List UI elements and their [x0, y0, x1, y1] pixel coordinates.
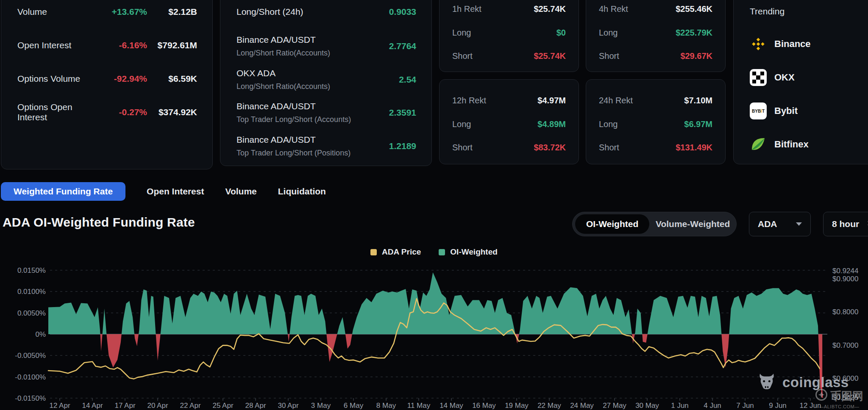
rekt-long-label: Long: [452, 28, 471, 38]
site-watermark-logo: [815, 388, 828, 404]
rekt-period: 24h Rekt: [599, 96, 633, 105]
stat-change: -92.94%: [96, 74, 147, 84]
svg-text:1 Jun: 1 Jun: [671, 402, 689, 410]
stat-row-volume: Volume +13.67% $2.12B: [17, 6, 197, 18]
trending-item-okx[interactable]: OKX: [750, 69, 795, 86]
stat-row-options-open-interest: Options Open Interest -0.27% $374.92K: [17, 106, 197, 119]
ratio-value: 1.2189: [389, 141, 416, 151]
ratio-value: 2.3591: [389, 108, 416, 118]
trending-item-bybit[interactable]: BYBIT Bybit: [750, 102, 798, 119]
rekt-long-value: $4.89M: [537, 119, 566, 129]
svg-text:22 Apr: 22 Apr: [180, 402, 200, 410]
binance-icon: [750, 36, 767, 53]
svg-text:19 May: 19 May: [505, 402, 529, 410]
ratio-title: Binance ADA/USDT: [236, 35, 330, 45]
svg-text:-0.0050%: -0.0050%: [15, 352, 46, 360]
site-watermark-cjk: 币图网: [830, 389, 863, 404]
rekt-card-12h: 12h Rekt$4.97M Long$4.89M Short$83.72K: [439, 79, 579, 164]
exchange-name: Bybit: [774, 105, 798, 116]
stat-label: Volume: [17, 7, 96, 17]
bitfinex-icon: [750, 136, 767, 153]
rekt-short-value: $83.72K: [534, 143, 566, 152]
svg-text:27 May: 27 May: [603, 402, 626, 410]
exchange-name: OKX: [774, 72, 795, 83]
svg-text:30 May: 30 May: [635, 402, 659, 410]
svg-text:-0.0100%: -0.0100%: [15, 373, 46, 381]
ada-price-swatch: [370, 249, 377, 255]
tab-liquidation[interactable]: Liquidation: [278, 186, 326, 197]
svg-text:$0.9244: $0.9244: [832, 267, 858, 275]
trending-card: Trending Binance OKX BYBIT Bybit: [733, 0, 868, 164]
tab-weighted-funding-rate[interactable]: Weighted Funding Rate: [1, 182, 125, 201]
legend-item-oi-weighted[interactable]: OI-Weighted: [439, 247, 498, 257]
toggle-volume-weighted[interactable]: Volume-Weighted: [649, 219, 736, 229]
stat-row-open-interest: Open Interest -6.16% $792.61M: [17, 39, 197, 52]
ratio-title: Binance ADA/USDT: [236, 135, 351, 145]
svg-text:9 Jun: 9 Jun: [769, 402, 787, 410]
chart-legend: ADA Price OI-Weighted: [0, 247, 868, 257]
oi-weighted-swatch: [439, 249, 445, 255]
svg-text:14 May: 14 May: [440, 402, 463, 410]
symbol-select[interactable]: ADA: [749, 212, 811, 236]
rekt-long-label: Long: [452, 119, 471, 129]
interval-select-value: 8 hour: [832, 219, 859, 229]
rekt-card-1h: 1h Rekt$25.74K Long$0 Short$25.74K: [439, 0, 579, 72]
rekt-short-value: $29.67K: [680, 51, 712, 61]
stat-value: $374.92K: [147, 107, 197, 117]
svg-text:7 Jun: 7 Jun: [736, 402, 754, 410]
market-stats-card: Volume +13.67% $2.12B Open Interest -6.1…: [1, 0, 213, 169]
svg-text:12 Apr: 12 Apr: [49, 402, 70, 410]
trending-title: Trending: [750, 6, 785, 17]
svg-text:25 Apr: 25 Apr: [212, 402, 233, 410]
ratio-row: Long/Short (24h) 0.9033: [236, 4, 416, 20]
coinglass-ada-dashboard: 0.0150%0.0100%0.0050%0%-0.0050%-0.0100%-…: [0, 0, 868, 410]
ratio-title: Binance ADA/USDT: [236, 101, 351, 111]
ratio-subtitle: Long/Short Ratio(Accounts): [236, 49, 330, 58]
chevron-down-icon: [796, 222, 802, 226]
svg-text:0.0150%: 0.0150%: [17, 266, 46, 274]
svg-text:24 May: 24 May: [570, 402, 594, 410]
rekt-period: 12h Rekt: [452, 96, 486, 105]
svg-text:4 Jun: 4 Jun: [704, 402, 721, 410]
svg-text:0.0100%: 0.0100%: [17, 288, 46, 296]
rekt-short-value: $25.74K: [534, 51, 566, 61]
ratio-row: Binance ADA/USDT Long/Short Ratio(Accoun…: [236, 33, 416, 59]
okx-icon: [750, 69, 767, 86]
svg-text:$0.7000: $0.7000: [832, 341, 858, 349]
svg-text:16 May: 16 May: [472, 402, 496, 410]
legend-item-ada-price[interactable]: ADA Price: [370, 247, 421, 257]
symbol-select-value: ADA: [758, 219, 777, 229]
rekt-card-4h: 4h Rekt$255.46K Long$225.79K Short$29.67…: [586, 0, 726, 72]
svg-text:8 May: 8 May: [376, 402, 396, 410]
ratio-row: Binance ADA/USDT Top Trader Long/Short (…: [236, 133, 416, 159]
coinglass-bull-icon: [757, 372, 776, 393]
svg-text:0.0050%: 0.0050%: [17, 309, 46, 317]
trending-item-binance[interactable]: Binance: [750, 36, 811, 53]
site-watermark: 币图网 —ALIBTC.COM—: [812, 388, 866, 409]
svg-text:6 May: 6 May: [344, 402, 364, 410]
svg-text:14 Apr: 14 Apr: [82, 402, 103, 410]
ratio-title: OKX ADA: [236, 68, 330, 78]
svg-text:22 May: 22 May: [537, 402, 561, 410]
svg-text:17 Apr: 17 Apr: [114, 402, 135, 410]
svg-text:0%: 0%: [35, 330, 46, 338]
rekt-period: 1h Rekt: [452, 4, 481, 14]
rekt-long-label: Long: [599, 119, 618, 129]
trending-item-bitfinex[interactable]: Bitfinex: [750, 136, 809, 153]
ratio-value: 2.7764: [389, 41, 416, 51]
rekt-card-24h: 24h Rekt$7.10M Long$6.97M Short$131.49K: [586, 79, 726, 164]
tab-volume[interactable]: Volume: [225, 186, 256, 197]
rekt-long-value: $6.97M: [684, 119, 712, 129]
ratio-row: OKX ADA Long/Short Ratio(Accounts) 2.54: [236, 66, 416, 93]
svg-text:20 Apr: 20 Apr: [147, 402, 168, 410]
svg-text:30 Apr: 30 Apr: [278, 402, 298, 410]
stat-value: $2.12B: [147, 7, 197, 17]
ratio-value: 0.9033: [389, 7, 416, 17]
svg-text:$0.8000: $0.8000: [832, 308, 858, 316]
toggle-oi-weighted[interactable]: OI-Weighted: [575, 214, 649, 234]
ratio-subtitle: Long/Short Ratio(Accounts): [236, 82, 330, 91]
svg-text:3 May: 3 May: [311, 402, 331, 410]
tab-open-interest[interactable]: Open Interest: [147, 186, 204, 197]
ratio-subtitle: Top Trader Long/Short (Accounts): [236, 115, 351, 124]
interval-select[interactable]: 8 hour: [823, 212, 868, 236]
